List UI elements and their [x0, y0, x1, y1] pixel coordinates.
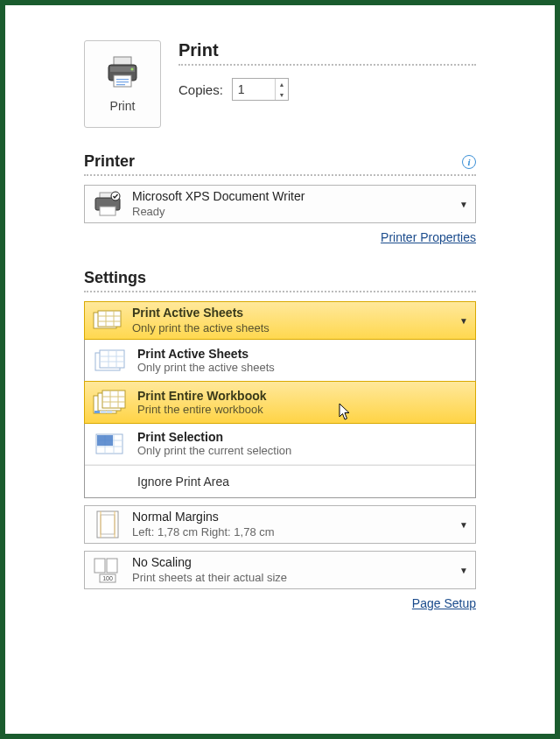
margins-desc: Left: 1,78 cm Right: 1,78 cm: [132, 525, 451, 539]
option-desc: Only print the active sheets: [137, 361, 275, 374]
scaling-title: No Scaling: [132, 555, 451, 571]
cursor-icon: [339, 403, 353, 422]
printer-icon: [105, 56, 140, 92]
svg-text:100: 100: [102, 575, 113, 581]
selection-icon: [92, 433, 129, 455]
workbook-icon: [92, 390, 129, 416]
margins-dropdown[interactable]: Normal Margins Left: 1,78 cm Right: 1,78…: [84, 505, 476, 544]
option-ignore-print-area[interactable]: Ignore Print Area: [85, 465, 475, 497]
info-icon[interactable]: i: [462, 155, 476, 169]
print-what-selected-title: Print Active Sheets: [132, 306, 451, 321]
sheets-icon: [92, 310, 123, 331]
print-what-dropdown-list: Print Active Sheets Only print the activ…: [84, 340, 476, 498]
option-print-active-sheets[interactable]: Print Active Sheets Only print the activ…: [85, 340, 475, 382]
option-desc: Only print the current selection: [137, 444, 291, 457]
page-setup-link[interactable]: Page Setup: [412, 596, 476, 610]
svg-rect-7: [116, 84, 125, 85]
sheets-icon: [92, 349, 129, 372]
svg-rect-39: [97, 435, 113, 446]
printer-device-icon: [92, 191, 123, 217]
print-backstage-panel: Print Print Copies: 1 ▲ ▼ Printe: [0, 0, 560, 739]
chevron-down-icon: ▼: [459, 200, 468, 209]
svg-rect-5: [116, 79, 129, 80]
margins-icon: [92, 510, 123, 538]
printer-properties-link[interactable]: Printer Properties: [381, 230, 476, 244]
svg-rect-19: [100, 350, 124, 368]
svg-rect-13: [98, 311, 121, 327]
scaling-dropdown[interactable]: 100 No Scaling Print sheets at their act…: [84, 551, 476, 589]
copies-value[interactable]: 1: [233, 82, 275, 96]
option-print-entire-workbook[interactable]: Print Entire Workbook Print the entire w…: [84, 381, 476, 424]
copies-up[interactable]: ▲: [276, 79, 288, 89]
svg-rect-45: [107, 559, 117, 573]
svg-rect-31: [94, 411, 100, 413]
scaling-desc: Print sheets at their actual size: [132, 571, 451, 585]
printer-name: Microsoft XPS Document Writer: [132, 189, 451, 205]
option-title: Print Selection: [137, 430, 291, 444]
settings-section-title: Settings: [84, 269, 146, 287]
option-title: Print Active Sheets: [137, 347, 275, 361]
chevron-down-icon: ▼: [459, 316, 468, 326]
svg-rect-32: [101, 411, 106, 413]
svg-rect-26: [102, 391, 125, 408]
copies-stepper[interactable]: 1 ▲ ▼: [232, 78, 289, 101]
svg-rect-44: [94, 559, 105, 573]
copies-label: Copies:: [178, 82, 223, 97]
margins-title: Normal Margins: [132, 510, 451, 525]
option-title: Print Entire Workbook: [137, 389, 267, 403]
svg-rect-6: [116, 81, 129, 82]
option-print-selection[interactable]: Print Selection Only print the current s…: [85, 423, 475, 465]
printer-status: Ready: [132, 205, 451, 219]
print-what-selected-desc: Only print the active sheets: [132, 321, 451, 335]
print-button[interactable]: Print: [84, 40, 161, 128]
printer-dropdown[interactable]: Microsoft XPS Document Writer Ready ▼: [84, 185, 476, 223]
print-title: Print: [178, 40, 476, 66]
svg-rect-10: [100, 207, 116, 215]
scaling-icon: 100: [92, 557, 123, 583]
svg-point-3: [131, 67, 134, 70]
printer-section-title: Printer: [84, 152, 135, 171]
chevron-down-icon: ▼: [459, 566, 468, 575]
print-what-dropdown[interactable]: Print Active Sheets Only print the activ…: [84, 301, 476, 340]
svg-rect-33: [107, 411, 112, 413]
option-desc: Print the entire workbook: [137, 403, 267, 416]
copies-down[interactable]: ▼: [276, 89, 288, 100]
chevron-down-icon: ▼: [459, 520, 468, 530]
print-button-label: Print: [110, 99, 136, 113]
